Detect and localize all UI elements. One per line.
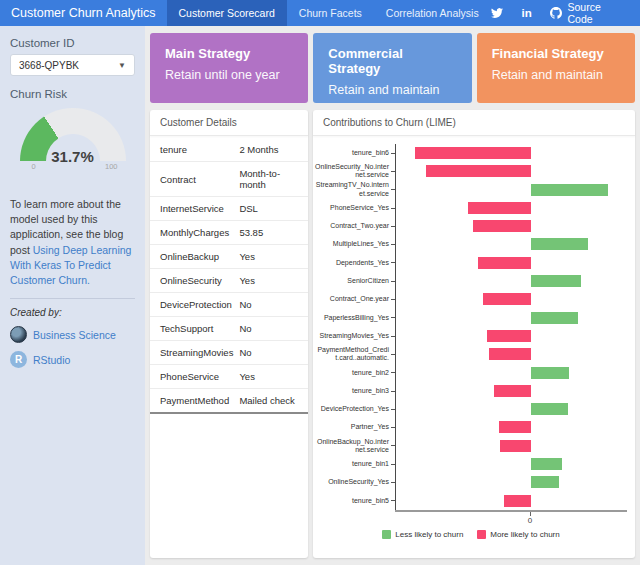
lime-bar <box>531 312 578 324</box>
sidebar: Customer ID 3668-QPYBK ▼ Churn Risk 31.7… <box>0 26 145 565</box>
lime-bar <box>415 147 531 159</box>
lime-feature-label: PaperlessBilling_Yes <box>315 314 391 322</box>
commercial-strategy-card: Commercial Strategy Retain and maintain <box>313 33 471 103</box>
lime-feature-label: tenure_bin5 <box>315 497 391 505</box>
financial-strategy-title: Financial Strategy <box>492 46 620 61</box>
lime-chart: tenure_bin6OnlineSecurity_No.internet.se… <box>313 136 635 539</box>
lime-feature-label: Contract_Two.year <box>315 222 391 230</box>
legend-red-swatch <box>477 530 486 539</box>
linkedin-icon[interactable]: in <box>520 7 533 20</box>
lime-chart-card: Contributions to Churn (LIME) tenure_bin… <box>313 110 635 558</box>
lime-bar-row: SeniorCitizen <box>315 272 627 290</box>
table-row: OnlineSecurityYes <box>150 269 308 293</box>
lime-bar-row: PhoneService_Yes <box>315 199 627 217</box>
lime-bar <box>487 330 531 342</box>
lime-feature-label: StreamingMovies_Yes <box>315 332 391 340</box>
lime-bar-row: tenure_bin6 <box>315 144 627 162</box>
lime-feature-label: PaymentMethod_Credit.card..automatic. <box>315 346 391 363</box>
lime-bar-row: tenure_bin2 <box>315 364 627 382</box>
lime-feature-label: Dependents_Yes <box>315 259 391 267</box>
lime-bar-row: Contract_Two.year <box>315 217 627 235</box>
tab-churn-facets[interactable]: Churn Facets <box>287 0 374 26</box>
navbar-links: in Source Code <box>491 0 640 26</box>
lime-bar <box>531 476 559 488</box>
table-row: StreamingMoviesNo <box>150 341 308 365</box>
lime-bar-row: PaymentMethod_Credit.card..automatic. <box>315 345 627 363</box>
main-content: Main Strategy Retain until one year Comm… <box>145 26 640 565</box>
customer-id-select[interactable]: 3668-QPYBK ▼ <box>10 54 135 76</box>
lime-bar-row: DeviceProtection_Yes <box>315 400 627 418</box>
lime-feature-label: tenure_bin1 <box>315 460 391 468</box>
lime-feature-label: tenure_bin3 <box>315 387 391 395</box>
commercial-strategy-text: Retain and maintain <box>328 83 456 97</box>
lime-feature-label: tenure_bin6 <box>315 149 391 157</box>
lime-bar-row: MultipleLines_Yes <box>315 235 627 253</box>
lime-bar <box>468 202 531 214</box>
sidebar-divider <box>10 298 135 299</box>
source-code-link[interactable]: Source Code <box>550 1 627 25</box>
table-row: DeviceProtectionNo <box>150 293 308 317</box>
nav-tabs: Customer Scorecard Churn Facets Correlat… <box>167 0 491 26</box>
legend-more-likely: More likely to churn <box>477 530 559 539</box>
business-science-logo <box>10 326 27 343</box>
lime-feature-label: OnlineSecurity_No.internet.service <box>315 163 391 180</box>
github-icon <box>550 7 563 20</box>
table-row: InternetServiceDSL <box>150 197 308 221</box>
churn-risk-gauge: 31.7% 0 100 <box>20 108 126 171</box>
lime-bar <box>483 293 531 305</box>
gauge-arc: 31.7% <box>20 108 126 161</box>
lime-feature-label: tenure_bin2 <box>315 369 391 377</box>
legend-less-likely: Less likely to churn <box>382 530 463 539</box>
source-code-label: Source Code <box>568 1 627 25</box>
customer-details-table: tenure2 MonthsContractMonth-to-monthInte… <box>150 138 308 414</box>
table-row: MonthlyCharges53.85 <box>150 221 308 245</box>
customer-details-card: Customer Details tenure2 MonthsContractM… <box>150 110 308 558</box>
lime-bar <box>531 403 568 415</box>
lime-bar-row: OnlineBackup_No.internet.service <box>315 437 627 455</box>
lime-bar <box>531 184 608 196</box>
main-strategy-card: Main Strategy Retain until one year <box>150 33 308 103</box>
main-strategy-text: Retain until one year <box>165 68 293 82</box>
lime-bar <box>531 238 588 250</box>
lime-bar <box>489 348 531 360</box>
financial-strategy-text: Retain and maintain <box>492 68 620 82</box>
lime-bar-row: StreamingTV_No.internet.service <box>315 181 627 199</box>
churn-risk-label: Churn Risk <box>10 88 135 100</box>
lime-bar <box>426 165 531 177</box>
lime-feature-label: PhoneService_Yes <box>315 204 391 212</box>
business-science-link[interactable]: Business Science <box>10 326 135 343</box>
rstudio-logo: R <box>10 351 27 368</box>
customer-details-title: Customer Details <box>150 110 308 136</box>
table-row: tenure2 Months <box>150 138 308 162</box>
lime-plot-rows: tenure_bin6OnlineSecurity_No.internet.se… <box>315 144 627 510</box>
customer-id-label: Customer ID <box>10 37 135 49</box>
lime-legend: Less likely to churn More likely to chur… <box>315 530 627 539</box>
rstudio-link[interactable]: R RStudio <box>10 351 135 368</box>
lime-feature-label: DeviceProtection_Yes <box>315 405 391 413</box>
financial-strategy-card: Financial Strategy Retain and maintain <box>477 33 635 103</box>
lime-bar <box>499 421 531 433</box>
table-row: PhoneServiceYes <box>150 365 308 389</box>
lime-feature-label: Partner_Yes <box>315 423 391 431</box>
twitter-icon[interactable] <box>491 7 504 20</box>
lime-bar <box>531 458 562 470</box>
lime-bar-row: PaperlessBilling_Yes <box>315 309 627 327</box>
lime-feature-label: MultipleLines_Yes <box>315 240 391 248</box>
lime-bar-row: StreamingMovies_Yes <box>315 327 627 345</box>
lime-chart-title: Contributions to Churn (LIME) <box>313 110 635 136</box>
app-title: Customer Churn Analytics <box>0 0 167 26</box>
created-by-label: Created by: <box>10 307 135 318</box>
lime-bar-row: Partner_Yes <box>315 418 627 436</box>
lime-bar <box>531 275 581 287</box>
lime-bar-row: tenure_bin5 <box>315 492 627 510</box>
tab-customer-scorecard[interactable]: Customer Scorecard <box>167 0 287 26</box>
lime-feature-label: StreamingTV_No.internet.service <box>315 181 391 198</box>
lime-bar-row: Dependents_Yes <box>315 254 627 272</box>
lime-feature-label: SeniorCitizen <box>315 277 391 285</box>
legend-green-swatch <box>382 530 391 539</box>
lime-feature-label: OnlineBackup_No.internet.service <box>315 438 391 455</box>
lime-bar <box>504 495 531 507</box>
customer-id-value: 3668-QPYBK <box>19 60 79 71</box>
tab-correlation-analysis[interactable]: Correlation Analysis <box>374 0 491 26</box>
lime-bar-row: tenure_bin3 <box>315 382 627 400</box>
